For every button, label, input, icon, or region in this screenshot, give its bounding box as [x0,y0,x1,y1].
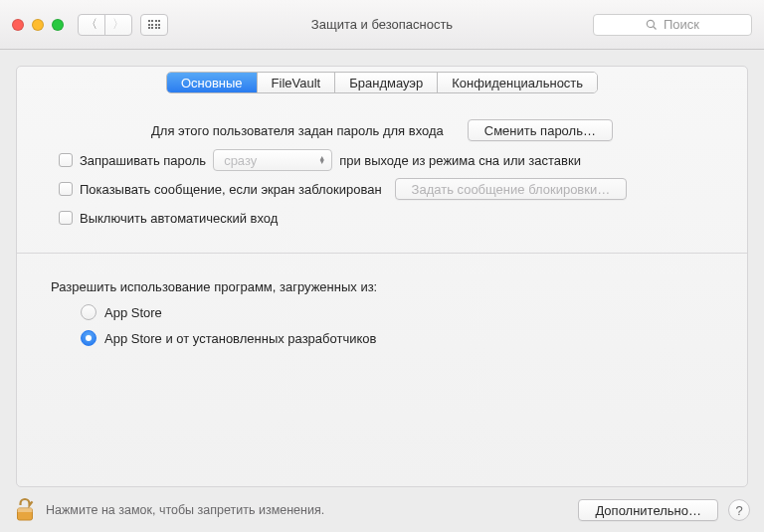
disable-autologin-checkbox[interactable] [59,211,73,225]
tab-filevault[interactable]: FileVault [258,73,336,92]
require-password-label-suffix: при выходе из режима сна или заставки [339,153,581,168]
minimize-icon[interactable] [32,19,44,31]
footer-bar: Нажмите на замок, чтобы запретить измене… [0,488,764,532]
password-set-label: Для этого пользователя задан пароль для … [151,123,444,138]
radio-icon [81,330,96,346]
allow-apps-option-identified[interactable]: App Store и от установленных разработчик… [81,330,717,346]
chevron-updown-icon: ▲▼ [318,156,325,164]
zoom-icon[interactable] [52,19,64,31]
show-lock-message-checkbox[interactable] [59,182,73,196]
search-placeholder: Поиск [664,17,699,32]
tab-bar: Основные FileVault Брандмауэр Конфиденци… [17,72,747,93]
show-lock-message-label: Показывать сообщение, если экран заблоки… [80,182,382,197]
chevron-right-icon: 〉 [112,16,124,33]
disable-autologin-label: Выключить автоматический вход [80,211,278,226]
window-controls [12,19,64,31]
window-titlebar: 〈 〉 Защита и безопасность Поиск [0,0,764,50]
lock-icon[interactable] [14,497,36,523]
search-icon [646,19,658,31]
set-lock-message-button[interactable]: Задать сообщение блокировки… [395,178,628,200]
tab-general[interactable]: Основные [167,73,258,92]
tab-firewall[interactable]: Брандмауэр [335,73,438,92]
delay-select-value: сразу [224,153,257,168]
show-lock-message-row: Показывать сообщение, если экран заблоки… [47,178,717,200]
section-divider [17,253,747,254]
radio-label: App Store [104,305,162,320]
back-button[interactable]: 〈 [78,14,105,36]
radio-icon [81,304,96,320]
allow-apps-radio-group: App Store App Store и от установленных р… [81,304,717,346]
lock-hint-text: Нажмите на замок, чтобы запретить измене… [46,503,324,517]
change-password-button[interactable]: Сменить пароль… [468,119,613,141]
search-input[interactable]: Поиск [593,14,752,36]
grid-icon [148,20,160,28]
allow-apps-option-appstore[interactable]: App Store [81,304,717,320]
radio-label: App Store и от установленных разработчик… [104,331,376,346]
tab-privacy[interactable]: Конфиденциальность [438,73,597,92]
require-password-label-prefix: Запрашивать пароль [80,153,206,168]
show-all-button[interactable] [140,14,168,36]
help-button[interactable]: ? [728,499,750,521]
disable-autologin-row: Выключить автоматический вход [47,207,717,229]
require-password-row: Запрашивать пароль сразу ▲▼ при выходе и… [47,149,717,171]
advanced-button[interactable]: Дополнительно… [578,499,718,521]
nav-buttons: 〈 〉 [78,14,132,36]
forward-button[interactable]: 〉 [104,14,132,36]
require-password-delay-select[interactable]: сразу ▲▼ [213,149,332,171]
general-pane: Для этого пользователя задан пароль для … [17,93,747,346]
svg-rect-1 [18,508,33,512]
chevron-left-icon: 〈 [86,16,97,33]
allow-apps-label: Разрешить использование программ, загруж… [51,279,717,294]
password-row: Для этого пользователя задан пароль для … [47,119,717,141]
prefs-panel: Основные FileVault Брандмауэр Конфиденци… [16,66,748,487]
require-password-checkbox[interactable] [59,153,73,167]
close-icon[interactable] [12,19,24,31]
